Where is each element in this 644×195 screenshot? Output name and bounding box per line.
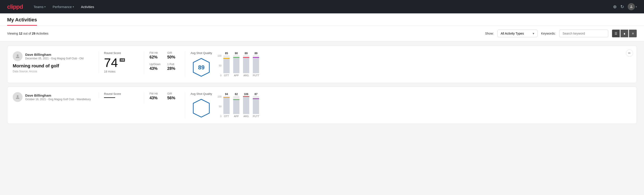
round-score-label: Round Score — [104, 51, 138, 55]
card-info: Dave Billingham December 05, 2021 - Gog … — [13, 51, 93, 73]
updown-label: Up/Down — [150, 63, 162, 66]
list-wide-icon: ≡ — [632, 32, 634, 35]
stat-gir: GIR 56% — [167, 92, 180, 100]
nav-teams[interactable]: Teams ▾ — [34, 3, 46, 10]
round-score-label: Round Score — [104, 92, 138, 96]
shot-quality-chart: 100 50 0 85OTT90APP89ARG89PUTT — [218, 52, 259, 77]
stat-fw-hit: FW Hit 62% — [150, 51, 162, 60]
stats-section: FW Hit 62% GIR 50% Up/Down 43% 1 Putt 28… — [144, 51, 180, 74]
bar-group: 89PUTT — [253, 52, 259, 77]
data-source: Data Source: Arccos — [13, 70, 93, 73]
filter-bar: Viewing 12 out of 29 Activities Show: Al… — [0, 26, 644, 41]
navigation: clippd Teams ▾ Performance ▾ Activities … — [0, 0, 644, 14]
score-badge: +4 — [120, 58, 125, 62]
gir-value: 56% — [167, 96, 180, 100]
avatar — [13, 51, 22, 61]
shot-quality-chart: 100 50 0 94OTT82APP106ARG87PUTT — [218, 93, 259, 118]
performance-chevron-icon: ▾ — [73, 6, 74, 8]
bar-value: 94 — [225, 92, 228, 96]
activity-card: Dave Billingham October 16, 2021 - Gog M… — [7, 86, 637, 124]
gir-label: GIR — [167, 51, 180, 54]
one-putt-value: 28% — [167, 66, 180, 71]
hexagon-score: 89 — [190, 57, 212, 78]
bar-marker — [223, 97, 230, 98]
stat-one-putt: 1 Putt 28% — [167, 63, 180, 71]
svg-point-0 — [630, 5, 632, 7]
logo[interactable]: clippd — [7, 3, 23, 10]
keywords-label: Keywords: — [541, 32, 556, 35]
list-dense-icon: ☰ — [614, 32, 618, 35]
dropdown-chevron-icon: ▾ — [533, 32, 534, 35]
player-name: Dave Billingham — [25, 53, 84, 56]
bar-value: 82 — [235, 92, 238, 96]
bar-label: OTT — [224, 74, 229, 77]
activities-list: Dave Billingham December 05, 2021 - Gog … — [0, 41, 644, 128]
bar-group: 89ARG — [243, 52, 249, 77]
bar-fill — [243, 57, 249, 73]
edit-button[interactable]: ✏ — [626, 50, 633, 57]
fw-hit-label: FW Hit — [150, 51, 162, 54]
bar-fill — [253, 57, 259, 73]
bar-group: 85OTT — [223, 52, 230, 77]
round-score-section: Round Score — [98, 92, 138, 98]
bar-marker — [223, 58, 230, 59]
bar-group: 87PUTT — [253, 92, 259, 118]
add-icon[interactable]: ⊕ — [613, 4, 617, 9]
view-list-wide-button[interactable]: ≡ — [629, 30, 637, 38]
page-title: My Activities — [7, 17, 37, 26]
fw-hit-value: 43% — [150, 96, 162, 100]
bar-marker — [233, 99, 240, 100]
bar-wrapper — [223, 55, 230, 73]
bar-group: 90APP — [233, 52, 240, 77]
bar-marker — [243, 96, 249, 97]
one-putt-label: 1 Putt — [167, 63, 180, 66]
bar-marker — [253, 98, 259, 99]
refresh-icon[interactable]: ↻ — [620, 4, 624, 9]
quality-section: Avg Shot Quality 89 100 50 0 — [185, 51, 631, 78]
quality-label: Avg Shot Quality — [190, 51, 212, 55]
user-menu-button[interactable]: ▾ — [628, 3, 637, 10]
stat-fw-hit: FW Hit 43% — [150, 92, 162, 100]
nav-right: ⊕ ↻ ▾ — [613, 3, 637, 10]
card-info: Dave Billingham October 16, 2021 - Gog M… — [13, 92, 93, 104]
bar-wrapper — [233, 96, 240, 114]
bar-label: PUTT — [253, 115, 259, 118]
bar-group: 106ARG — [243, 92, 249, 118]
user-chevron-icon: ▾ — [636, 6, 637, 8]
bar-wrapper — [253, 55, 259, 73]
score-value: 74 — [104, 56, 118, 69]
avatar — [628, 3, 635, 10]
fw-hit-label: FW Hit — [150, 92, 162, 95]
bar-value: 106 — [244, 92, 248, 96]
bar-label: APP — [234, 115, 239, 118]
svg-marker-4 — [193, 99, 209, 117]
view-list-dense-button[interactable]: ☰ — [612, 30, 620, 38]
nav-performance[interactable]: Performance ▾ — [53, 3, 74, 10]
page-header: My Activities — [0, 14, 644, 26]
bar-label: PUTT — [253, 74, 259, 77]
bar-marker — [253, 57, 259, 58]
activity-type-dropdown[interactable]: All Activity Types ▾ — [498, 30, 538, 37]
bar-wrapper — [223, 96, 230, 114]
player-name: Dave Billingham — [25, 94, 91, 97]
gir-value: 50% — [167, 55, 180, 60]
bar-fill — [253, 98, 259, 114]
holes-text: 18 Holes — [104, 70, 138, 73]
bar-label: ARG — [244, 115, 249, 118]
view-grid-button[interactable]: ∎ — [620, 30, 628, 38]
bar-value: 85 — [225, 52, 228, 55]
gir-label: GIR — [167, 92, 180, 95]
svg-point-1 — [17, 54, 18, 56]
bar-fill — [233, 57, 240, 73]
bar-wrapper — [253, 96, 259, 114]
hexagon-score — [190, 98, 212, 118]
nav-activities[interactable]: Activities — [81, 3, 94, 10]
viewing-text: Viewing 12 out of 29 Activities — [7, 32, 48, 35]
bar-group: 94OTT — [223, 92, 230, 118]
stats-section: FW Hit 43% GIR 56% — [144, 92, 180, 104]
bar-group: 82APP — [233, 92, 240, 118]
show-label: Show: — [485, 32, 494, 35]
search-input[interactable] — [559, 30, 608, 37]
bar-wrapper — [243, 96, 249, 114]
player-date: October 16, 2021 - Gog Magog Golf Club -… — [25, 98, 91, 101]
